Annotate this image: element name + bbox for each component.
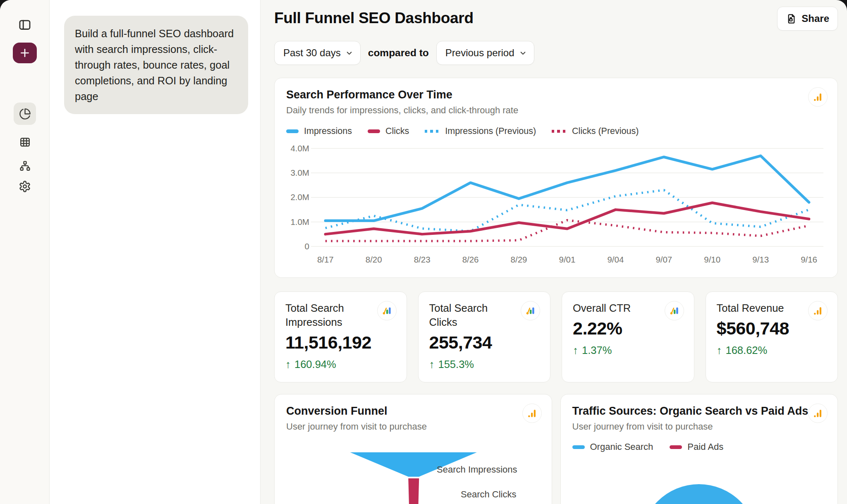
bar-chart-orange-icon[interactable] [808,301,828,320]
series-clicks[interactable] [325,203,809,234]
x-axis-label: 9/16 [801,255,817,264]
compare-period-value: Previous period [445,47,514,59]
sidebar-item-table[interactable] [14,131,36,153]
conversion-funnel-card: Conversion Funnel User journey from visi… [274,394,552,504]
page-title: Full Funnel SEO Dashboard [274,10,838,27]
card-subtitle: User journey from visit to purchase [286,421,540,432]
y-axis-label: 3.0M [290,168,309,177]
app-window: Build a full-funnel SEO dashboard with s… [0,0,847,504]
legend-chip-dotted [552,130,567,133]
bar-chart-orange-icon[interactable] [808,87,828,107]
sidebar-toggle-button[interactable] [16,16,34,34]
stat-label: Total Search Clicks [429,301,518,329]
pie-chart-icon [19,108,31,120]
x-axis-label: 8/23 [414,255,431,264]
legend-label: Clicks [385,126,409,136]
up-arrow-icon: ↑ [429,358,435,371]
x-axis-label: 8/20 [366,255,382,264]
date-range-dropdown[interactable]: Past 30 days [274,41,361,65]
table-icon [19,136,31,148]
x-axis-label: 9/07 [656,255,672,264]
bar-chart-orange-icon[interactable] [808,404,828,423]
up-arrow-icon: ↑ [573,344,578,357]
sidebar-item-charts[interactable] [14,103,36,125]
analytics-multicolor-icon[interactable] [665,301,684,320]
chevron-down-icon [345,49,354,57]
share-label: Share [802,13,829,24]
search-performance-card: Search Performance Over Time Daily trend… [274,78,838,278]
pie-chart[interactable] [641,484,757,504]
stat-label: Total Revenue [717,301,806,315]
legend-label: Paid Ads [687,442,723,452]
legend-item[interactable]: Paid Ads [670,442,723,452]
y-axis-label: 2.0M [290,192,309,202]
sidebar-item-settings[interactable] [14,175,36,198]
stat-card: Total Revenue$560,748↑168.62% [706,291,838,382]
analytics-multicolor-icon[interactable] [521,301,540,320]
up-arrow-icon: ↑ [717,344,722,357]
stat-value: 11,516,192 [285,332,396,353]
y-axis-label: 0 [304,241,309,251]
legend-item[interactable]: Impressions (Previous) [425,126,536,136]
up-arrow-icon: ↑ [285,358,291,371]
header: Full Funnel SEO Dashboard Share [274,0,838,32]
legend-chip [286,129,299,133]
plus-icon [19,48,30,58]
stat-delta: ↑155.3% [429,358,540,371]
stat-value: 2.22% [573,318,683,339]
compare-period-dropdown[interactable]: Previous period [436,41,534,65]
stats-row: Total Search Impressions11,516,192↑160.9… [274,291,838,382]
x-axis-label: 8/17 [317,255,334,264]
analytics-multicolor-icon[interactable] [377,301,397,320]
user-prompt-bubble: Build a full-funnel SEO dashboard with s… [64,16,248,114]
stat-value: $560,748 [717,318,827,339]
funnel-stage-label: Search Clicks [461,489,516,500]
chat-panel: Build a full-funnel SEO dashboard with s… [50,0,261,504]
sidebar-item-flow[interactable] [14,155,36,177]
x-axis-label: 9/13 [752,255,769,264]
legend-label: Clicks (Previous) [572,126,639,136]
x-axis-label: 9/01 [559,255,576,264]
funnel-stage-clicks[interactable] [408,478,419,504]
delta-value: 155.3% [438,358,474,370]
bottom-row: Conversion Funnel User journey from visi… [274,394,838,504]
legend-item[interactable]: Clicks [368,126,409,136]
legend-label: Impressions [304,126,352,136]
series-impressions-previous-[interactable] [325,190,809,232]
chart-legend: Organic SearchPaid Ads [572,442,826,452]
x-axis-label: 8/26 [462,255,479,264]
card-subtitle: Daily trends for impressions, clicks, an… [286,105,826,116]
new-dashboard-button[interactable] [13,43,37,63]
sidebar [0,0,50,504]
card-title: Traffic Sources: Organic Search vs Paid … [572,405,826,418]
x-axis-label: 9/04 [607,255,624,264]
legend-label: Organic Search [590,442,653,452]
legend-chip [368,129,380,133]
funnel-stage-label: Search Impressions [437,464,517,475]
legend-item[interactable]: Clicks (Previous) [552,126,639,136]
chevron-down-icon [519,49,527,57]
file-lock-icon [786,13,797,24]
stat-label: Total Search Impressions [285,301,374,329]
delta-value: 160.94% [294,358,336,370]
stat-delta: ↑160.94% [285,358,396,371]
legend-chip [670,445,682,449]
legend-item[interactable]: Impressions [286,126,352,136]
sitemap-icon [19,160,31,172]
card-title: Conversion Funnel [286,405,540,418]
stat-value: 255,734 [429,332,540,353]
main-content: Full Funnel SEO Dashboard Share Past 30 … [261,0,847,504]
filters-row: Past 30 days compared to Previous period [274,41,838,65]
x-axis-label: 8/29 [511,255,527,264]
share-button[interactable]: Share [777,7,838,31]
stat-card: Overall CTR2.22%↑1.37% [562,291,694,382]
traffic-sources-card: Traffic Sources: Organic Search vs Paid … [560,394,838,504]
line-chart[interactable]: 01.0M2.0M3.0M4.0M8/178/208/238/268/299/0… [286,141,826,265]
legend-item[interactable]: Organic Search [572,442,653,452]
stat-card: Total Search Clicks255,734↑155.3% [418,291,551,382]
x-axis-label: 9/10 [704,255,720,264]
delta-value: 1.37% [582,344,612,356]
funnel-chart[interactable]: Search ImpressionsSearch Clicks [275,452,552,504]
card-title: Search Performance Over Time [286,88,826,101]
bar-chart-orange-icon[interactable] [522,404,542,423]
